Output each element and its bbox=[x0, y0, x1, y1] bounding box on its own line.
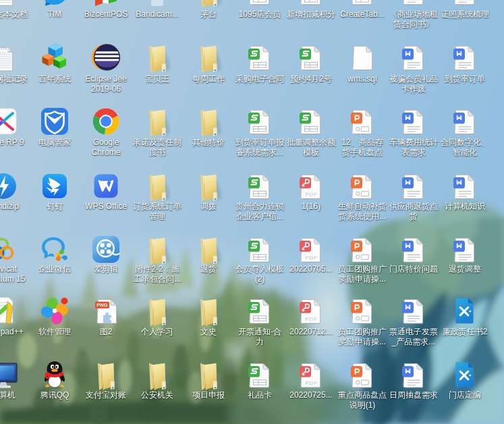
svg-text:PNG: PNG bbox=[96, 302, 108, 308]
svg-text:PDF: PDF bbox=[305, 191, 317, 198]
svg-text:PDF: PDF bbox=[305, 380, 317, 386]
svg-text:PDF: PDF bbox=[305, 316, 317, 322]
svg-text:PDF: PDF bbox=[305, 255, 317, 261]
